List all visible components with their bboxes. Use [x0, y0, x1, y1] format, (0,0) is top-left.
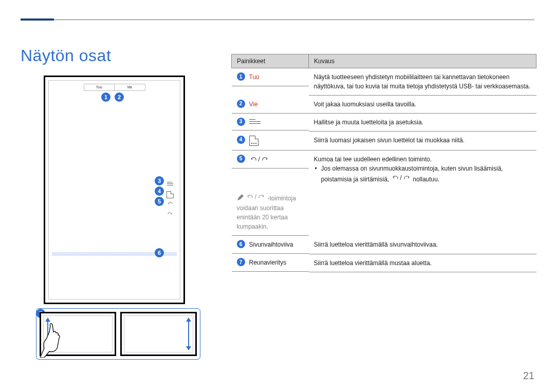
table-row: 1 Tuo Näytä tuotteeseen yhdistetyn mobii…: [232, 68, 536, 96]
edge-scroll-illustration: [36, 308, 200, 360]
table-row-note: / -toimintoja voidaan suorittaa enintään…: [232, 188, 536, 236]
row-badge: 7: [237, 258, 245, 266]
row-label: Tuo: [249, 72, 260, 82]
mini-screen-left: [40, 312, 116, 356]
hand-icon: [39, 322, 65, 358]
row-desc: Siirrä luetteloa vierittämällä sivunvaih…: [309, 236, 536, 254]
mini-screen-right: [120, 312, 197, 356]
row-badge: 3: [237, 118, 245, 126]
tab-export: Vie: [115, 84, 145, 90]
callout-5: 5: [155, 197, 164, 206]
row-label: Reunavieritys: [249, 258, 287, 267]
pen-icon: [237, 194, 244, 203]
undo-redo-icon-inline: /: [391, 173, 411, 182]
undo-redo-icon: /: [249, 155, 269, 164]
table-row: 2 Vie Voit jakaa luomuksiasi useilla tav…: [232, 96, 536, 114]
table-row: 4 Siirrä luomasi jokaisen sivun luettelo…: [232, 132, 536, 151]
page-icon: [249, 136, 258, 146]
callout-2: 2: [115, 92, 124, 102]
row-desc: Näytä tuotteeseen yhdistetyn mobiililait…: [309, 68, 536, 96]
redo-icon: [166, 212, 174, 219]
callout-6: 6: [155, 248, 164, 257]
hamburger-icon: [166, 181, 174, 188]
row-label: Vie: [249, 100, 258, 109]
row-desc: Siirrä luomasi jokaisen sivun luettelot …: [309, 132, 536, 151]
row-badge: 4: [237, 136, 245, 144]
diagram-area: Tuo Vie: [21, 54, 206, 360]
th-keys: Painikkeet: [232, 54, 309, 68]
th-desc: Kuvaus: [309, 54, 536, 68]
row-badge: 5: [237, 155, 245, 163]
row-desc: Voit jakaa luomuksiasi useilla tavoilla.: [309, 96, 536, 114]
row-desc: Siirrä luetteloa vierittämällä mustaa al…: [309, 254, 536, 272]
tab-import: Tuo: [84, 84, 115, 90]
undo-redo-icon-inline: /: [246, 192, 266, 201]
callout-4: 4: [155, 186, 164, 196]
row-badge: 2: [237, 100, 245, 108]
table-row: 6 Sivunvaihtoviiva Siirrä luetteloa vier…: [232, 236, 536, 254]
hamburger-icon: [249, 118, 261, 125]
table-row: 3 Hallitse ja muuta luetteloita ja asetu…: [232, 114, 536, 132]
undo-icon: [166, 201, 174, 209]
top-tabs: Tuo Vie: [84, 84, 145, 91]
description-table: Painikkeet Kuvaus 1 Tuo Näytä tuotteesee…: [231, 54, 536, 272]
row-desc: Hallitse ja muuta luetteloita ja asetuks…: [309, 114, 536, 132]
header-rule: [21, 20, 534, 20]
row-badge: 6: [237, 240, 245, 248]
table-row: 7 Reunavieritys Siirrä luetteloa vieritt…: [232, 254, 536, 272]
page-number: 21: [523, 370, 534, 382]
row-label: Sivunvaihtoviiva: [249, 240, 293, 249]
row-desc: Kumoa tai tee uudelleen edellinen toimin…: [309, 151, 536, 189]
row-badge: 1: [237, 72, 245, 81]
row-note: / -toimintoja voidaan suorittaa enintään…: [232, 188, 309, 236]
header-accent: [21, 18, 54, 21]
callout-3: 3: [155, 176, 164, 185]
page-icon: [166, 191, 174, 198]
table-row: 5 / Kumoa tai tee uudelleen edellinen to…: [232, 151, 536, 189]
callout-1: 1: [101, 92, 110, 102]
